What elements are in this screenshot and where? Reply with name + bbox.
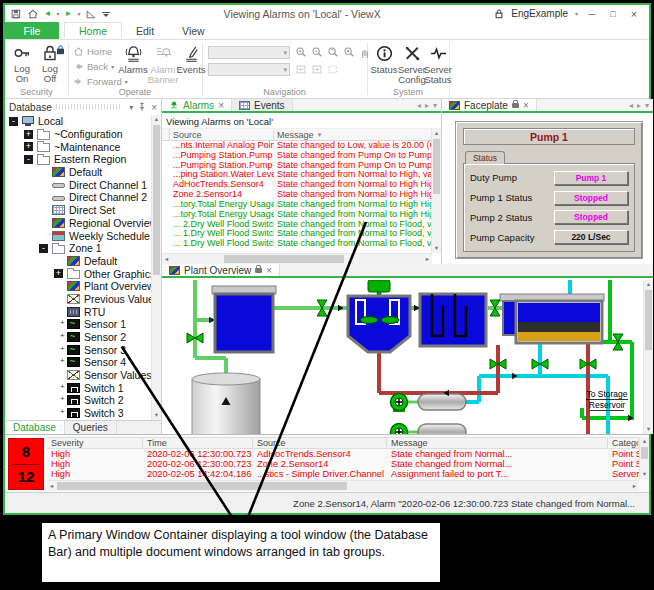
column-message[interactable]: Message [387, 438, 608, 448]
tree-item[interactable]: Switch 2 [5, 394, 151, 407]
alarm-row[interactable]: ... 2.Dry Well Flood Switch State change… [162, 220, 432, 230]
panel-close-icon[interactable]: × [151, 102, 157, 113]
forward-dropdown-icon[interactable]: ▾ [77, 11, 80, 17]
faceplate-value-button[interactable]: Stopped [554, 191, 628, 205]
tree-item[interactable]: RTU [5, 305, 151, 318]
home-icon[interactable] [27, 8, 39, 20]
scroll-left-icon[interactable]: ◄ [162, 254, 171, 264]
column-severity[interactable]: Severity [47, 438, 143, 448]
customize-toolbar-icon[interactable] [102, 12, 110, 16]
tree-item[interactable]: Sensor 3 [5, 343, 151, 356]
tab-edit[interactable]: Edit [122, 22, 168, 39]
alarm-count-box[interactable]: 8 12 [8, 438, 44, 490]
plant-mimic-canvas[interactable]: To Storage Reservoir [162, 280, 643, 434]
scrollbar-thumb[interactable] [645, 290, 652, 350]
column-category[interactable]: Category [608, 438, 639, 448]
zoom-reset-icon[interactable] [327, 46, 339, 58]
navigation-combo-2[interactable]: ▾ [208, 63, 290, 76]
close-tab-icon[interactable]: × [218, 100, 224, 111]
tree-item[interactable]: Eastern Region [5, 153, 151, 166]
alarm-list-vscrollbar[interactable]: ▲ ▼ [431, 129, 441, 253]
account-name[interactable]: EngExample [511, 8, 568, 19]
tree-item[interactable]: Sensor 1 [5, 318, 151, 331]
close-tab-icon[interactable]: × [266, 265, 272, 276]
tab-database[interactable]: Database [5, 421, 65, 434]
scrollbar-thumb[interactable] [224, 255, 344, 263]
tree-item[interactable]: Direct Set [5, 204, 151, 217]
log-on-button[interactable]: Log On [7, 43, 37, 87]
tree-item[interactable]: Direct Channel 1 [5, 178, 151, 191]
minimize-button[interactable]: ─ [585, 9, 599, 19]
banner-hscrollbar[interactable]: ◄ ► [47, 480, 639, 491]
scroll-down-icon[interactable]: ▼ [644, 425, 653, 434]
column-source[interactable]: Source [170, 129, 274, 140]
zoom-out-icon[interactable] [311, 46, 323, 58]
server-config-button[interactable]: Server Config [397, 43, 427, 87]
back-button[interactable]: Back▾ [73, 60, 114, 73]
close-button[interactable]: × [627, 8, 641, 20]
back-icon[interactable]: ◄ [44, 10, 52, 18]
tree-item[interactable]: Switch 1 [5, 381, 151, 394]
tree-item[interactable]: ~Maintenance [5, 140, 151, 153]
tree-item[interactable]: Sensor Values [5, 369, 151, 382]
tree-item[interactable]: Sensor 4 [5, 356, 151, 369]
alarms-button[interactable]: Alarms [119, 43, 147, 87]
tab-list-icon[interactable]: ▾ [645, 101, 649, 110]
scroll-up-icon[interactable]: ▲ [644, 280, 653, 289]
tab-faceplate[interactable]: Faceplate × [442, 99, 537, 111]
scroll-down-icon[interactable]: ▼ [432, 244, 441, 253]
tree-item[interactable]: Plant Overview [5, 280, 151, 293]
panel-menu-icon[interactable]: ▾ [129, 103, 133, 112]
column-message[interactable]: Message▼ [274, 129, 432, 140]
alarm-row[interactable]: Zone 2.Sensor14 State changed from Norma… [162, 190, 432, 200]
alarm-list-hscrollbar[interactable]: ◄ ► [162, 253, 432, 264]
file-button[interactable]: File [5, 22, 59, 39]
pin-icon[interactable] [138, 102, 146, 112]
tab-home[interactable]: Home [64, 22, 122, 39]
alarm-row[interactable]: ...ping Station.Water Level State change… [162, 170, 432, 180]
scroll-down-icon[interactable]: ▼ [152, 411, 161, 420]
tab-scroll-right-icon[interactable]: ▸ [425, 101, 429, 110]
tree-expander-icon[interactable] [39, 244, 48, 253]
tree-expander-icon[interactable] [24, 130, 33, 139]
home-button[interactable]: Home [73, 45, 112, 58]
selection-area-icon[interactable] [327, 63, 339, 75]
scroll-up-icon[interactable]: ▲ [152, 115, 161, 124]
alarm-row[interactable]: AdHocTrends.Sensor4 State changed from N… [162, 180, 432, 190]
faceplate-value-button[interactable]: Stopped [554, 210, 628, 224]
alarm-row[interactable]: ...Pumping Station.Pump 1 State changed … [162, 151, 432, 161]
tab-scroll-right-icon[interactable]: ▸ [637, 101, 641, 110]
tab-scroll-left-icon[interactable]: ◂ [629, 101, 633, 110]
column-source[interactable]: Source [253, 438, 387, 448]
faceplate-value-button[interactable]: Pump 1 [554, 171, 628, 185]
forward-icon[interactable]: ► [64, 10, 72, 18]
plant-vscrollbar[interactable]: ▲ ▼ [643, 280, 653, 434]
scroll-right-icon[interactable]: ► [630, 481, 639, 491]
zoom-lock-icon[interactable] [343, 46, 355, 58]
server-status-button[interactable]: Server Status [425, 43, 451, 87]
banner-alarm-row[interactable]: High 2020-02-06 12:30:00.723 Zone 2.Sens… [47, 459, 639, 469]
scrollbar-thumb[interactable] [153, 125, 160, 275]
alarm-row[interactable]: ...Pumping Station.Pump 2 State changed … [162, 161, 432, 171]
banner-alarm-row[interactable]: High 2020-02-06 12:30:00.723 AdHocTrends… [47, 449, 639, 459]
events-button[interactable]: Events [179, 43, 203, 87]
banner-alarm-row[interactable]: High 2020-02-05 14:42:04.186 ...stics - … [47, 469, 639, 479]
tree-item[interactable]: Zone 1 [5, 242, 151, 255]
database-panel-header[interactable]: Database ▾ × [5, 99, 161, 115]
tab-queries[interactable]: Queries [65, 421, 117, 434]
setsquare-icon[interactable] [85, 8, 97, 20]
account-dropdown-icon[interactable]: ▾ [575, 11, 578, 17]
faceplate-value-button[interactable]: 220 L/Sec [554, 230, 628, 244]
back-dropdown-icon[interactable]: ▾ [56, 11, 59, 17]
tree-item[interactable]: Local [5, 115, 151, 128]
tab-events[interactable]: Events [232, 99, 293, 111]
tree-item[interactable]: Default [5, 166, 151, 179]
tree-item[interactable]: Switch 3 [5, 407, 151, 420]
alarm-row[interactable]: ... 1.Dry Well Flood Switch State change… [162, 229, 432, 239]
scrollbar-thumb[interactable] [433, 139, 440, 194]
tree-item[interactable]: Other Graphics [5, 267, 151, 280]
close-tab-icon[interactable]: × [523, 100, 529, 111]
maximize-button[interactable]: □ [606, 9, 620, 19]
scroll-right-icon[interactable]: ► [423, 254, 432, 264]
tree-item[interactable]: ~Configuration [5, 128, 151, 141]
